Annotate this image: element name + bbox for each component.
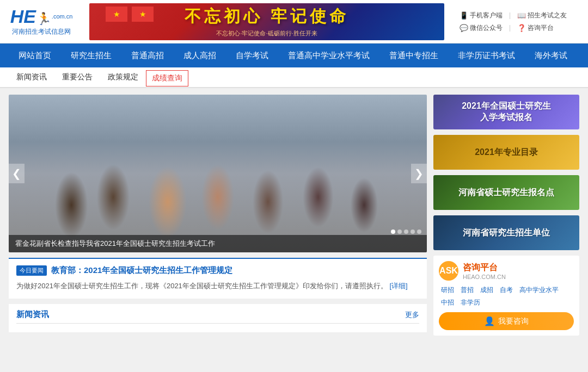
consult-platform-link[interactable]: ❓ 咨询平台 bbox=[517, 23, 554, 33]
image-slider: ❮ ❯ 霍金花副省长检查指导我省2021年全国硕士研究生招生考试工作 bbox=[9, 95, 427, 252]
ask-tag-1[interactable]: 普招 bbox=[458, 285, 476, 295]
nav-highschool[interactable]: 普通高中学业水平考试 bbox=[278, 44, 379, 67]
exam-friend-link[interactable]: 📖 招生考试之友 bbox=[517, 11, 567, 20]
ask-tag-0[interactable]: 研招 bbox=[439, 285, 456, 295]
main-nav: 网站首页 研究生招生 普通高招 成人高招 自学考试 普通高中学业水平考试 普通中… bbox=[0, 44, 588, 67]
slider-caption: 霍金花副省长检查指导我省2021年全国硕士研究生招生考试工作 bbox=[9, 235, 427, 252]
dot-2[interactable] bbox=[397, 230, 402, 234]
sidebar-banner-3-text: 河南省硕士研究生报名点 bbox=[458, 187, 554, 199]
wechat-icon: 💬 bbox=[460, 24, 468, 32]
nav-nonacademic[interactable]: 非学历证书考试 bbox=[448, 44, 525, 67]
ask-tags: 研招 普招 成招 自考 高中学业水平 中招 非学历 bbox=[439, 285, 574, 308]
header-link-row-2: 💬 微信公众号 | ❓ 咨询平台 bbox=[460, 23, 579, 33]
news-list-title: 新闻资讯 bbox=[16, 309, 49, 320]
header-right-links: 📱 手机客户端 | 📖 招生考试之友 💬 微信公众号 | ❓ 咨询平台 bbox=[460, 11, 579, 33]
sidebar-banner-1-text: 2021年全国硕士研究生 入学考试报名 bbox=[462, 101, 551, 123]
news-highlight-title-row: 今日要闻 教育部：2021年全国硕士研究生招生工作管理规定 bbox=[16, 265, 419, 276]
ask-icon: ASK bbox=[439, 261, 458, 281]
wechat-link[interactable]: 💬 微信公众号 bbox=[460, 23, 503, 33]
logo-com: .com.cn bbox=[52, 13, 73, 20]
main-column: ❮ ❯ 霍金花副省长检查指导我省2021年全国硕士研究生招生考试工作 今日要闻 … bbox=[9, 95, 427, 336]
ask-tag-3[interactable]: 自考 bbox=[498, 285, 515, 295]
banner-main-text: 不忘初心 牢记使命 bbox=[185, 5, 349, 28]
ask-header: ASK 咨询平台 HEAO.COM.CN bbox=[439, 261, 574, 281]
header: HE 🏃 .com.cn 河南招生考试信息网 ★ ★ 不忘初心 牢记使命 不忘初… bbox=[0, 0, 588, 44]
ask-btn-icon: 👤 bbox=[484, 316, 495, 326]
today-badge: 今日要闻 bbox=[16, 265, 47, 276]
ask-title-group: 咨询平台 HEAO.COM.CN bbox=[463, 262, 506, 280]
sidebar: 2021年全国硕士研究生 入学考试报名 2021年专业目录 河南省硕士研究生报名… bbox=[433, 95, 579, 336]
sidebar-banner-registration-site[interactable]: 河南省硕士研究生报名点 bbox=[433, 175, 579, 210]
top-banner: ★ ★ 不忘初心 牢记使命 不忘初心·牢记使命·砥砺前行·胜任开来 bbox=[89, 3, 444, 40]
sidebar-banner-2-text: 2021年专业目录 bbox=[475, 147, 538, 158]
ask-tag-2[interactable]: 成招 bbox=[478, 285, 495, 295]
subnav-score-query[interactable]: 成绩查询 bbox=[146, 70, 188, 86]
dot-1[interactable] bbox=[391, 230, 395, 234]
slider-photo bbox=[9, 95, 427, 252]
news-detail-link[interactable]: [详细] bbox=[389, 282, 407, 290]
dot-5[interactable] bbox=[417, 230, 421, 234]
header-link-row-1: 📱 手机客户端 | 📖 招生考试之友 bbox=[460, 11, 579, 20]
ask-tag-4[interactable]: 高中学业水平 bbox=[517, 285, 561, 295]
news-list-section: 新闻资讯 更多 bbox=[9, 304, 427, 332]
sidebar-banner-enrollment-unit[interactable]: 河南省研究生招生单位 bbox=[433, 215, 579, 250]
subnav-announcement[interactable]: 重要公告 bbox=[54, 67, 100, 88]
news-list-more[interactable]: 更多 bbox=[405, 310, 419, 320]
logo-he: HE bbox=[10, 7, 36, 26]
ask-consult-button[interactable]: 👤 我要咨询 bbox=[439, 312, 574, 330]
sub-nav: 新闻资讯 重要公告 政策规定 成绩查询 bbox=[0, 67, 588, 88]
ask-subtitle: HEAO.COM.CN bbox=[463, 274, 506, 280]
slider-prev-button[interactable]: ❮ bbox=[9, 164, 24, 183]
banner-sub-text: 不忘初心·牢记使命·砥砺前行·胜任开来 bbox=[185, 29, 349, 38]
ask-tag-6[interactable]: 非学历 bbox=[458, 297, 482, 308]
sidebar-banner-graduate-apply[interactable]: 2021年全国硕士研究生 入学考试报名 bbox=[433, 95, 579, 129]
news-list-header: 新闻资讯 更多 bbox=[16, 309, 419, 324]
mobile-icon: 📱 bbox=[460, 11, 468, 20]
logo-runner: 🏃 bbox=[36, 12, 51, 26]
ask-btn-label: 我要咨询 bbox=[498, 317, 529, 326]
ask-title: 咨询平台 bbox=[463, 262, 506, 274]
nav-overseas[interactable]: 海外考试 bbox=[525, 44, 577, 67]
consult-icon: ❓ bbox=[517, 24, 526, 32]
nav-zhongzhuan[interactable]: 普通中专招生 bbox=[379, 44, 448, 67]
dot-3[interactable] bbox=[404, 230, 408, 234]
subnav-news[interactable]: 新闻资讯 bbox=[9, 67, 54, 88]
dot-4[interactable] bbox=[411, 230, 415, 234]
logo-name: 河南招生考试信息网 bbox=[12, 27, 71, 36]
subnav-policy[interactable]: 政策规定 bbox=[100, 67, 146, 88]
divider: | bbox=[509, 11, 511, 19]
news-body: 为做好2021年全国硕士研究生招生工作，现将《2021年全国硕士研究生招生工作管… bbox=[16, 280, 419, 292]
slider-dots bbox=[391, 230, 421, 234]
sidebar-banner-major-catalog[interactable]: 2021年专业目录 bbox=[433, 135, 579, 170]
book-icon: 📖 bbox=[517, 11, 526, 20]
ask-platform: ASK 咨询平台 HEAO.COM.CN 研招 普招 成招 自考 高中学业水平 … bbox=[433, 256, 579, 336]
ask-tag-5[interactable]: 中招 bbox=[439, 297, 456, 308]
divider2: | bbox=[509, 24, 511, 32]
slider-next-button[interactable]: ❯ bbox=[411, 164, 427, 183]
mobile-client-link[interactable]: 📱 手机客户端 bbox=[460, 11, 503, 20]
news-highlight: 今日要闻 教育部：2021年全国硕士研究生招生工作管理规定 为做好2021年全国… bbox=[9, 258, 427, 299]
news-headline[interactable]: 教育部：2021年全国硕士研究生招生工作管理规定 bbox=[51, 265, 232, 276]
nav-selfstudy[interactable]: 自学考试 bbox=[226, 44, 278, 67]
sidebar-banner-4-text: 河南省研究生招生单位 bbox=[463, 227, 550, 239]
nav-home[interactable]: 网站首页 bbox=[9, 44, 61, 67]
content-area: ❮ ❯ 霍金花副省长检查指导我省2021年全国硕士研究生招生考试工作 今日要闻 … bbox=[0, 88, 588, 342]
nav-graduate[interactable]: 研究生招生 bbox=[61, 44, 121, 67]
nav-gaokao[interactable]: 普通高招 bbox=[121, 44, 174, 67]
nav-adult[interactable]: 成人高招 bbox=[174, 44, 226, 67]
logo[interactable]: HE 🏃 .com.cn 河南招生考试信息网 bbox=[9, 7, 74, 36]
